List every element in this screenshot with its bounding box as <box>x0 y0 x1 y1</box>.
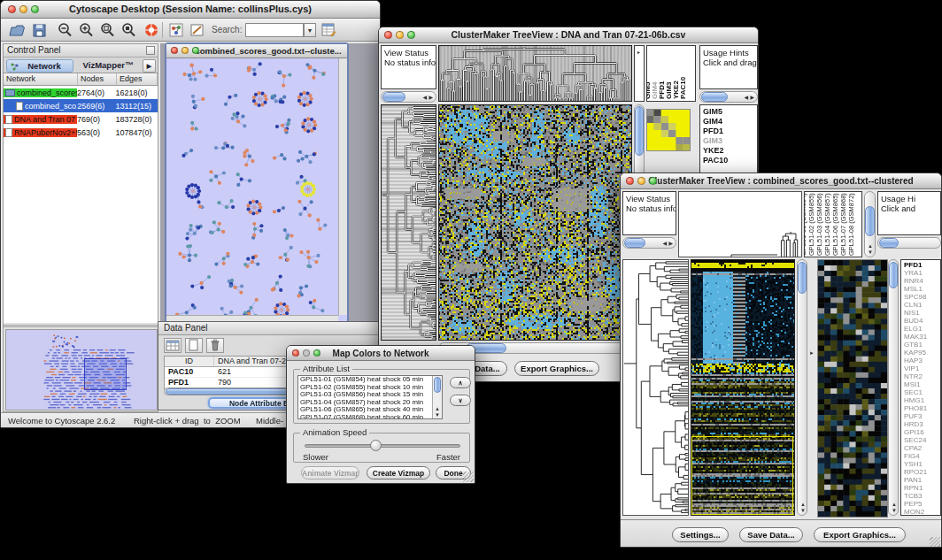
tv1-row-label[interactable]: YKE2 <box>703 146 754 156</box>
gene-label[interactable]: SEC24 <box>904 436 940 444</box>
close-button[interactable] <box>8 5 16 13</box>
dialog-titlebar[interactable]: Map Colors to Network <box>287 346 475 361</box>
minimize-button[interactable] <box>19 5 27 13</box>
float-panel-icon[interactable] <box>146 46 155 55</box>
minimize-button[interactable] <box>303 349 310 357</box>
gene-label[interactable]: MON2 <box>904 508 940 516</box>
create-vizmap-button[interactable]: Create Vizmap <box>367 466 430 479</box>
scroll-left-icon[interactable]: ◀ <box>662 241 667 246</box>
tv2-column-label[interactable]: GPL51-08 (GSM872) <box>846 193 856 256</box>
scroll-up-icon[interactable]: ▲ <box>892 502 897 507</box>
scroll-up-icon[interactable]: ▲ <box>868 243 873 249</box>
tv1-row-label[interactable]: PFD1 <box>703 127 754 136</box>
scrollbar-thumb[interactable] <box>865 206 875 236</box>
gene-label[interactable]: HMG1 <box>904 396 940 404</box>
speed-slider-track[interactable] <box>305 444 460 448</box>
tv1-status-scrollbar[interactable]: ◀ ▶ <box>381 91 436 103</box>
resize-grip[interactable] <box>930 537 940 548</box>
scrollbar-thumb[interactable] <box>635 106 644 156</box>
gene-label[interactable]: SEC1 <box>904 388 940 396</box>
network-frame-1-titlebar[interactable]: combined_scores_good.txt--cluste... <box>166 44 347 58</box>
network-list-row[interactable]: RNAPuberNov2+!563(0)107847(0) <box>4 126 158 139</box>
tv2-row-dendrogram[interactable] <box>622 259 689 516</box>
zoom-fit-icon[interactable] <box>98 21 116 39</box>
attribute-browser-icon[interactable] <box>320 21 337 39</box>
scroll-down-icon[interactable]: ▼ <box>892 508 897 513</box>
scroll-down-icon[interactable]: ▼ <box>435 412 440 418</box>
gene-label[interactable]: CLN1 <box>904 301 940 309</box>
scrollbar-thumb[interactable] <box>624 238 645 248</box>
zoom-button[interactable] <box>192 47 199 54</box>
close-button[interactable] <box>292 349 299 357</box>
tv1-column-label[interactable]: PAC10 <box>678 77 688 99</box>
treeview2-titlebar[interactable]: ClusterMaker TreeView : combined_scores_… <box>621 173 941 189</box>
minimize-button[interactable] <box>181 47 189 54</box>
scrollbar-thumb[interactable] <box>434 377 441 393</box>
gene-label[interactable]: BUD4 <box>904 317 940 325</box>
attribute-list[interactable]: GPL51-01 (GSM854) heat shock 05 minGPL51… <box>297 375 443 419</box>
gene-label[interactable]: SPC98 <box>904 293 940 301</box>
tv1-heatmap[interactable] <box>438 104 632 341</box>
gene-label[interactable]: RPN1 <box>904 484 940 492</box>
tv2-status-scrollbar[interactable]: ◀ ▶ <box>622 237 676 249</box>
gene-label[interactable]: GTB1 <box>904 341 940 349</box>
network-vertical-scrollbar[interactable] <box>338 58 347 315</box>
save-data-button[interactable]: Save Data... <box>739 527 803 542</box>
animate-vizmap-button[interactable]: Animate Vizmap <box>301 466 359 479</box>
tab-network[interactable]: Network <box>6 59 73 73</box>
resize-grip[interactable] <box>463 472 474 482</box>
tv2-heatmap[interactable] <box>691 259 795 516</box>
gene-label[interactable]: TCB3 <box>904 492 940 500</box>
gene-label[interactable]: HRD3 <box>904 420 940 428</box>
scroll-right-icon[interactable]: ▶ <box>750 95 754 100</box>
settings-button[interactable]: Settings... <box>672 527 729 542</box>
tv1-hints-scrollbar[interactable]: ◀ ▶ <box>699 91 758 103</box>
scrollbar-thumb[interactable] <box>798 262 807 294</box>
gene-label[interactable]: NIS1 <box>904 309 940 317</box>
scroll-right-icon[interactable]: ▶ <box>668 241 673 246</box>
treeview1-titlebar[interactable]: ClusterMaker TreeView : DNA and Tran 07-… <box>379 27 758 43</box>
col-id[interactable]: ID <box>165 357 214 366</box>
scroll-left-icon[interactable]: ◀ <box>744 95 748 100</box>
gene-label[interactable]: PHO81 <box>904 404 940 412</box>
zoom-button[interactable] <box>313 349 320 357</box>
col-nodes[interactable]: Nodes <box>78 73 117 85</box>
tv1-row-label[interactable]: GIM3 <box>703 136 754 146</box>
export-graphics-button[interactable]: Export Graphics... <box>814 527 906 542</box>
gene-label[interactable]: VIP1 <box>904 364 940 372</box>
gene-label[interactable]: NTR2 <box>904 372 940 380</box>
gene-label[interactable]: RNR4 <box>904 277 940 285</box>
gene-label[interactable]: YRA1 <box>904 269 940 277</box>
close-button[interactable] <box>626 177 634 185</box>
zoom-button[interactable] <box>649 177 657 185</box>
speed-slider-thumb[interactable] <box>370 440 382 451</box>
scrollbar-thumb[interactable] <box>701 92 728 102</box>
tv1-correlation-matrix[interactable] <box>646 109 691 151</box>
export-graphics-button[interactable]: Export Graphics... <box>514 361 599 376</box>
zoom-selected-icon[interactable] <box>120 21 137 39</box>
gene-label[interactable]: KAP95 <box>904 349 940 357</box>
zoom-out-icon[interactable] <box>56 21 73 39</box>
tv2-column-scrollbar[interactable]: ▲ ▼ <box>864 191 876 257</box>
minimize-button[interactable] <box>396 31 404 39</box>
panel-divider[interactable] <box>4 325 158 327</box>
move-down-button[interactable]: ∨ <box>450 395 471 406</box>
gene-label[interactable]: FIG4 <box>904 452 940 460</box>
network-editor-icon[interactable] <box>167 21 185 39</box>
scroll-left-icon[interactable]: ◀ <box>422 95 427 100</box>
gene-label[interactable]: ELG1 <box>904 325 940 333</box>
col-network[interactable]: Network <box>4 73 78 85</box>
attribute-item[interactable]: GPL51-07 (GSM868) heat shock 60 min <box>298 414 442 419</box>
gene-label[interactable]: RPO21 <box>904 468 940 476</box>
scroll-down-icon[interactable]: ▼ <box>868 249 873 255</box>
gene-label[interactable]: HAP3 <box>904 357 940 364</box>
scrollbar-thumb[interactable] <box>382 92 405 102</box>
tv2-heatmap-scrollbar[interactable]: ▲ ▼ <box>797 259 807 516</box>
gene-label[interactable]: MAK31 <box>904 333 940 341</box>
open-folder-icon[interactable] <box>8 21 26 39</box>
tv1-row-dendrogram[interactable] <box>381 104 436 341</box>
tv2-zoom-heatmap[interactable] <box>817 259 888 518</box>
col-edges[interactable]: Edges <box>117 73 158 85</box>
scroll-down-icon[interactable]: ▼ <box>800 508 806 513</box>
delete-attribute-button[interactable] <box>206 338 224 353</box>
